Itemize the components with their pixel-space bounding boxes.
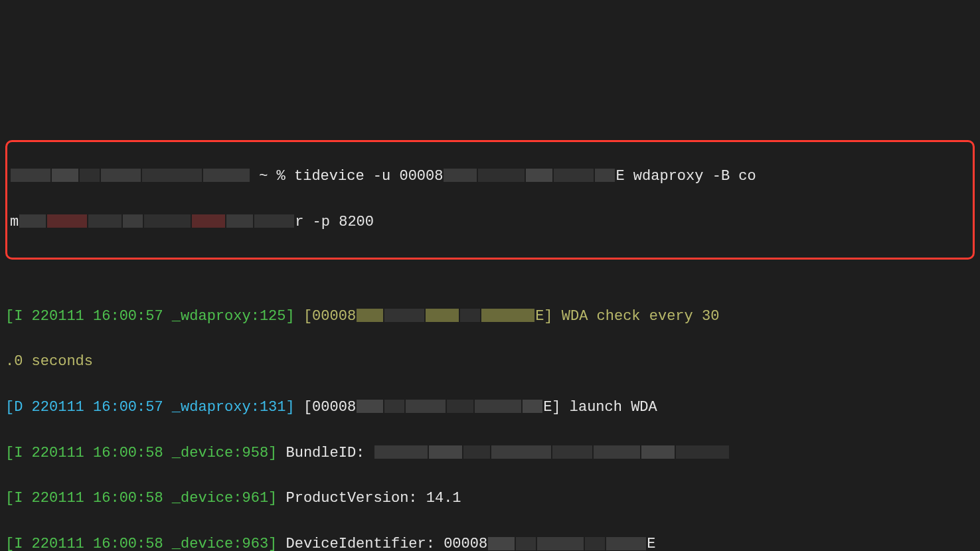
command-line-1: ~ % tidevice -u 00008E wdaproxy -B co: [10, 165, 970, 188]
command-line-2: mr -p 8200: [10, 210, 970, 234]
command-highlight-box: ~ % tidevice -u 00008E wdaproxy -B co mr…: [5, 140, 975, 260]
redacted-block: [356, 305, 535, 327]
log-line: [I 220111 16:00:58 _device:961] ProductV…: [5, 487, 975, 510]
terminal-output[interactable]: ~ % tidevice -u 00008E wdaproxy -B co mr…: [5, 94, 975, 551]
redacted-block: [356, 396, 543, 418]
redacted-block: [443, 165, 615, 187]
log-line-cont: .0 seconds: [5, 351, 975, 373]
log-line: [D 220111 16:00:57 _wdaproxy:131] [00008…: [5, 396, 975, 419]
redacted-block: [487, 532, 647, 551]
log-line: [I 220111 16:00:57 _wdaproxy:125] [00008…: [5, 305, 975, 328]
log-line: [I 220111 16:00:58 _device:958] BundleID…: [5, 441, 975, 465]
log-line: [I 220111 16:00:58 _device:963] DeviceId…: [5, 532, 975, 551]
redacted-block: [10, 165, 250, 187]
redacted-block: [374, 441, 730, 464]
redacted-block: [19, 210, 295, 233]
